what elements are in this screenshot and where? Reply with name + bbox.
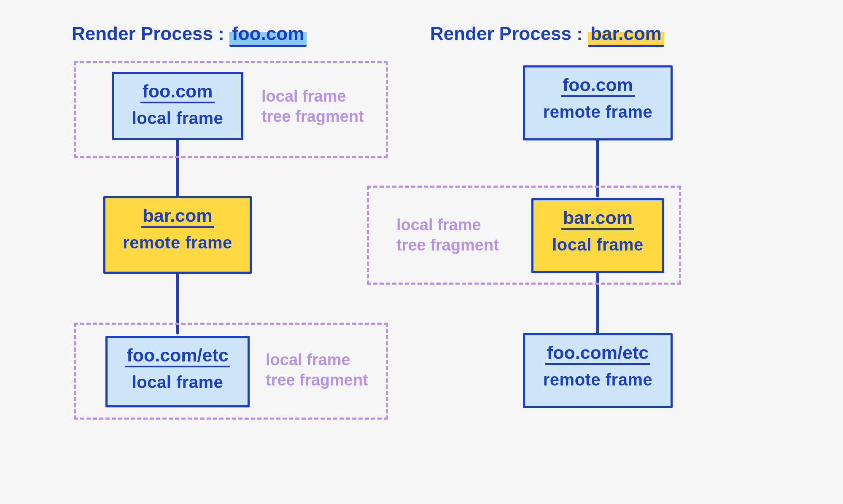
node-left-0-role: local frame: [123, 109, 232, 127]
node-left-2-role: local frame: [117, 373, 238, 391]
node-left-1: bar.com remote frame: [103, 196, 252, 274]
node-left-1-site: bar.com: [141, 206, 214, 228]
node-right-1-role: local frame: [543, 236, 653, 253]
node-right-2-role: remote frame: [534, 371, 661, 388]
node-right-0-role: remote frame: [534, 103, 661, 121]
title-right-domain: bar.com: [588, 23, 664, 47]
title-left-prefix: Render Process :: [72, 23, 229, 44]
title-right-prefix: Render Process :: [430, 23, 588, 44]
diagram-canvas: Render Process : foo.com foo.com local f…: [0, 0, 843, 504]
node-right-2: foo.com/etc remote frame: [523, 333, 673, 408]
node-left-2-site: foo.com/etc: [125, 345, 230, 367]
node-right-0-site: foo.com: [561, 75, 635, 97]
node-right-2-site: foo.com/etc: [545, 343, 650, 365]
node-left-0: foo.com local frame: [112, 72, 243, 140]
node-right-1: bar.com local frame: [531, 198, 664, 273]
node-left-2: foo.com/etc local frame: [105, 336, 250, 407]
node-left-0-site: foo.com: [140, 81, 214, 103]
node-right-1-site: bar.com: [561, 208, 634, 230]
title-left: Render Process : foo.com: [72, 23, 307, 47]
node-right-0: foo.com remote frame: [523, 65, 673, 140]
fragment-label-left-2: local frame tree fragment: [266, 350, 368, 390]
title-left-domain: foo.com: [229, 23, 307, 47]
fragment-label-left-0: local frame tree fragment: [261, 86, 364, 127]
title-right: Render Process : bar.com: [430, 23, 664, 47]
node-left-1-role: remote frame: [115, 234, 240, 251]
fragment-label-right-1: local frame tree fragment: [396, 215, 499, 255]
